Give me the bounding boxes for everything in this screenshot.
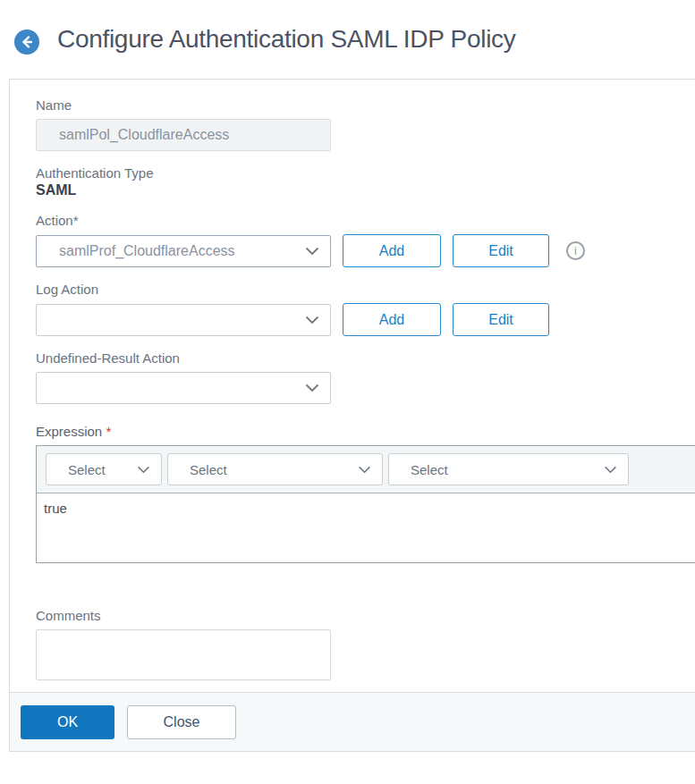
page-header: Configure Authentication SAML IDP Policy — [0, 0, 695, 79]
ok-button[interactable]: OK — [21, 705, 114, 739]
expression-select-3[interactable]: Select — [388, 453, 629, 485]
expression-select-1[interactable]: Select — [46, 453, 162, 485]
expression-input[interactable]: true — [37, 493, 695, 562]
chevron-down-icon — [305, 316, 319, 325]
info-icon[interactable]: i — [566, 241, 585, 260]
chevron-down-icon — [358, 466, 371, 474]
chevron-down-icon — [604, 466, 617, 474]
log-action-label: Log Action — [36, 282, 695, 297]
auth-type-label: Authentication Type — [36, 165, 695, 181]
auth-type-value: SAML — [36, 182, 695, 198]
close-button[interactable]: Close — [127, 705, 236, 739]
expression-select-3-value: Select — [411, 462, 448, 477]
expression-required-mark: * — [106, 424, 111, 439]
log-action-add-button[interactable]: Add — [343, 303, 441, 336]
chevron-down-icon — [305, 247, 319, 256]
name-label: Name — [36, 97, 695, 113]
page-title: Configure Authentication SAML IDP Policy — [57, 25, 516, 54]
log-action-edit-button[interactable]: Edit — [453, 303, 549, 336]
expression-select-2[interactable]: Select — [167, 453, 383, 485]
chevron-down-icon — [305, 384, 319, 392]
back-arrow-icon — [19, 34, 35, 50]
form-panel: Name samlPol_CloudflareAccess Authentica… — [9, 79, 695, 752]
action-select[interactable]: samlProf_CloudflareAccess — [36, 235, 331, 267]
expression-label-text: Expression — [36, 424, 102, 439]
chevron-down-icon — [137, 466, 150, 474]
action-label: Action* — [36, 213, 695, 228]
expression-label: Expression * — [36, 424, 695, 439]
expression-select-1-value: Select — [68, 462, 106, 477]
action-edit-button[interactable]: Edit — [453, 234, 549, 267]
expression-editor: Select Select Select — [36, 445, 695, 563]
expression-select-2-value: Select — [190, 462, 227, 477]
back-button[interactable] — [14, 30, 39, 55]
footer-bar: OK Close — [10, 692, 695, 751]
comments-label: Comments — [36, 608, 695, 623]
undefined-result-action-label: Undefined-Result Action — [36, 350, 695, 366]
name-input: samlPol_CloudflareAccess — [36, 119, 331, 151]
log-action-select[interactable] — [36, 304, 331, 336]
expression-toolbar: Select Select Select — [37, 446, 695, 493]
undefined-result-action-select[interactable] — [36, 372, 331, 404]
action-select-value: samlProf_CloudflareAccess — [59, 243, 235, 259]
comments-input[interactable] — [36, 629, 331, 680]
action-add-button[interactable]: Add — [343, 234, 441, 267]
